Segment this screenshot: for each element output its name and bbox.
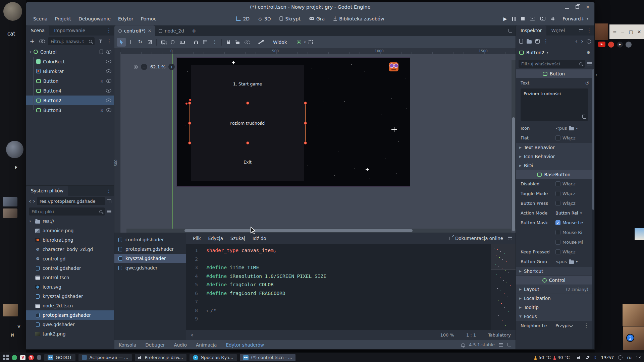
add-node-button[interactable]: + bbox=[29, 38, 36, 45]
checkbox[interactable] bbox=[555, 201, 560, 206]
shader-menu-file[interactable]: Plik bbox=[190, 236, 204, 241]
scene-tree-row[interactable]: Button3 ))) bbox=[26, 105, 114, 115]
chevron-down-icon[interactable]: ▾ bbox=[576, 127, 578, 130]
visibility-eye-icon[interactable] bbox=[106, 108, 111, 112]
snap-toggle-button[interactable] bbox=[192, 38, 200, 47]
horizontal-scrollbar[interactable] bbox=[126, 229, 512, 233]
temperature-widget[interactable]: 40 °C bbox=[554, 355, 570, 360]
workspace-asset-library[interactable]: ↓Biblioteka zasobów bbox=[333, 16, 384, 21]
game-button-difficulty[interactable]: Poziom trudności bbox=[190, 103, 306, 143]
bluetooth-icon[interactable]: ᛒ bbox=[594, 356, 596, 360]
expand-panel-icon[interactable] bbox=[507, 343, 511, 347]
scene-tab-node2d[interactable]: node_2d bbox=[155, 25, 188, 36]
group-node-button[interactable] bbox=[243, 38, 252, 47]
gray-app-icon[interactable] bbox=[626, 42, 632, 48]
filter-options-button[interactable] bbox=[97, 38, 104, 45]
property-filter-box[interactable] bbox=[519, 60, 585, 68]
desktop-thumbnail[interactable] bbox=[3, 197, 17, 206]
file-row[interactable]: tank2.png bbox=[26, 329, 114, 339]
movie-maker-button[interactable] bbox=[540, 17, 545, 20]
new-resource-icon[interactable] bbox=[519, 39, 523, 44]
skeleton-options-button[interactable] bbox=[257, 38, 265, 47]
scale-tool-button[interactable] bbox=[145, 38, 154, 47]
panel-audio[interactable]: Audio bbox=[174, 342, 187, 348]
desktop-thumbnail[interactable] bbox=[6, 141, 23, 158]
category-button[interactable]: Button bbox=[516, 69, 592, 78]
indent-mode[interactable]: Tabulatory bbox=[488, 333, 511, 338]
scrollbar-thumb[interactable] bbox=[184, 229, 413, 232]
play-icon[interactable]: ▶ bbox=[617, 42, 623, 48]
yandex-icon[interactable]: Y bbox=[29, 355, 34, 360]
scene-tree-row[interactable]: Biurokrat bbox=[26, 66, 114, 76]
code-lines[interactable]: shader_type canvas_item; #define iTime T… bbox=[202, 244, 491, 330]
shader-file-item[interactable]: qwe.gdshader bbox=[114, 263, 186, 273]
volume-icon[interactable] bbox=[577, 356, 581, 359]
property-options-icon[interactable] bbox=[587, 62, 592, 65]
panel-debugger[interactable]: Debuger bbox=[145, 342, 165, 348]
panel-animation[interactable]: Animacja bbox=[196, 342, 217, 348]
chevron-down-icon[interactable]: ▾ bbox=[547, 51, 548, 54]
load-resource-icon[interactable] bbox=[527, 40, 532, 44]
minimize-icon[interactable] bbox=[565, 8, 569, 9]
2d-viewport-area[interactable]: 0 500 1000 1500 500 bbox=[114, 48, 516, 233]
zoom-out-button[interactable]: − bbox=[141, 64, 147, 70]
folder-icon[interactable] bbox=[569, 127, 574, 130]
red-app-icon[interactable] bbox=[608, 42, 614, 48]
fold-caret-icon[interactable]: ▾ bbox=[206, 309, 210, 313]
file-filter-box[interactable] bbox=[29, 207, 105, 216]
visibility-eye-icon[interactable] bbox=[106, 50, 111, 54]
file-row[interactable]: ⚙character_body_2d.gd bbox=[26, 245, 114, 254]
scene-filter-input[interactable] bbox=[51, 39, 87, 44]
dropdown-value[interactable]: Button Rel bbox=[555, 210, 578, 216]
visibility-eye-icon[interactable] bbox=[106, 99, 111, 102]
restore-icon[interactable] bbox=[576, 5, 579, 9]
taskbar-button-astronomy[interactable]: Астрономия — ... bbox=[78, 354, 132, 361]
file-row[interactable]: node_2d.tscn bbox=[26, 301, 114, 310]
online-docs-link[interactable]: Dokumentacja online bbox=[449, 236, 503, 241]
resource-value[interactable]: <pus bbox=[555, 126, 567, 131]
save-resource-icon[interactable] bbox=[535, 39, 540, 44]
dock-menu-icon[interactable]: ⋮ bbox=[106, 28, 111, 33]
menu-debug[interactable]: Debugowanie bbox=[75, 14, 114, 23]
vertical-scrollbar[interactable] bbox=[512, 60, 516, 229]
signal-connections-icon[interactable]: ))) bbox=[100, 79, 103, 83]
list-select-tool-button[interactable] bbox=[159, 38, 168, 47]
menu-help[interactable]: Pomoc bbox=[137, 14, 160, 23]
file-row[interactable]: biurokrat.png bbox=[26, 235, 114, 245]
move-tool-button[interactable] bbox=[126, 38, 135, 47]
close-icon[interactable]: ✕ bbox=[637, 29, 641, 34]
checkbox[interactable] bbox=[555, 249, 560, 254]
lock-node-button[interactable] bbox=[224, 38, 233, 47]
property-filter-input[interactable] bbox=[521, 61, 577, 66]
window-titlebar[interactable]: (*) control.tscn - Nowy projekt gry - Go… bbox=[26, 2, 594, 12]
close-icon[interactable]: ✕ bbox=[586, 5, 590, 9]
unlock-node-button[interactable] bbox=[233, 38, 242, 47]
group-focus[interactable]: ▼Focus bbox=[516, 312, 592, 321]
keyboard-layout[interactable]: ru bbox=[627, 355, 632, 360]
history-icon[interactable] bbox=[587, 39, 591, 44]
inspector-scrollbar[interactable] bbox=[592, 69, 594, 349]
desktop-thumbnail[interactable] bbox=[3, 304, 18, 316]
shader-file-item[interactable]: control.gdshader bbox=[114, 235, 186, 244]
shader-menu-goto[interactable]: Idź do bbox=[249, 236, 270, 241]
folder-row[interactable]: ▾ res:// bbox=[26, 217, 114, 226]
ruler-tool-button[interactable] bbox=[178, 38, 186, 47]
tab-import[interactable]: Importowanie bbox=[49, 25, 90, 36]
checkbox[interactable] bbox=[555, 230, 560, 235]
split-view-icon[interactable] bbox=[107, 199, 111, 203]
tab-inspector[interactable]: Inspektor bbox=[516, 25, 546, 36]
taskbar-button-control-tscn[interactable]: (*) control.tscn - ... bbox=[240, 354, 296, 361]
scrollbar-thumb[interactable] bbox=[592, 69, 594, 210]
center-view-icon[interactable] bbox=[134, 65, 138, 69]
chevron-down-icon[interactable]: ▾ bbox=[304, 41, 306, 44]
group-bidi[interactable]: ▶BiDi bbox=[516, 161, 592, 170]
scene-tree-row[interactable]: ▾ Control bbox=[26, 47, 114, 57]
tab-filesystem[interactable]: System plików bbox=[26, 186, 68, 196]
collapse-file-list-icon[interactable]: ‹ bbox=[191, 332, 193, 338]
game-button-start[interactable]: 1. Start game bbox=[191, 65, 304, 103]
status-circle-icon[interactable] bbox=[618, 355, 623, 360]
category-basebutton[interactable]: BaseButton bbox=[516, 170, 592, 179]
visibility-eye-icon[interactable] bbox=[106, 79, 111, 83]
shader-file-item-selected[interactable]: krysztal.gdshader bbox=[114, 254, 186, 263]
scene-tree-row[interactable]: Button ))) bbox=[26, 76, 114, 86]
